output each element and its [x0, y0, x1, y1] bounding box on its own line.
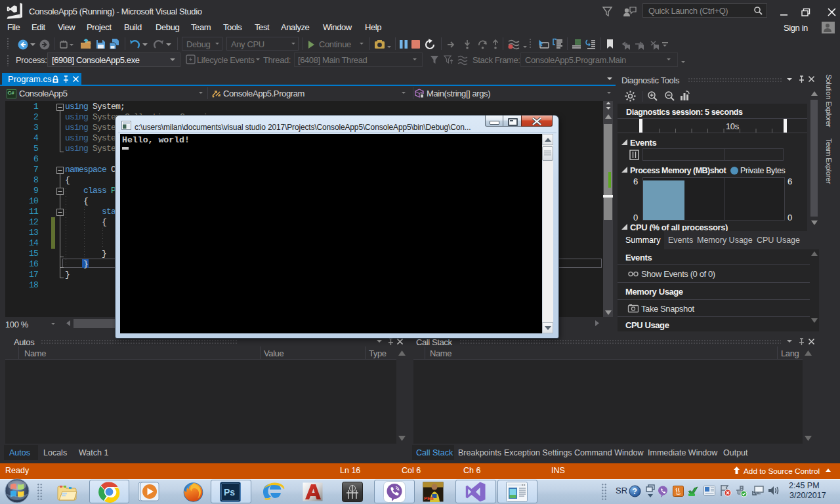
svg-text:PES: PES [424, 495, 434, 501]
svg-text:?: ? [633, 487, 637, 496]
svg-text:Ps: Ps [224, 487, 235, 497]
